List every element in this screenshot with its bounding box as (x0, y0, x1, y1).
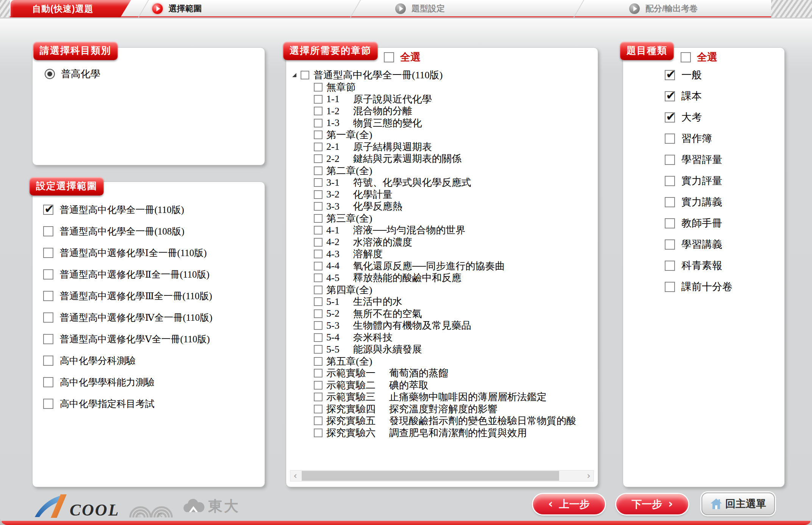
subject-radio[interactable] (45, 69, 55, 79)
types-item-checkbox[interactable] (665, 70, 675, 80)
cool-logo-swoosh-icon (33, 494, 68, 519)
tab-label: 選擇範圍 (168, 3, 202, 14)
tree-item-checkbox[interactable] (314, 95, 323, 104)
range-item-checkbox[interactable] (43, 248, 53, 258)
types-item-checkbox[interactable] (665, 239, 675, 250)
range-item-checkbox[interactable] (43, 205, 53, 215)
tree-item-checkbox[interactable] (314, 381, 323, 390)
types-item-checkbox[interactable] (665, 155, 675, 165)
range-list-item: 高中化學分科測驗 (33, 350, 265, 371)
range-item-checkbox[interactable] (43, 399, 53, 409)
tree-item-checkbox[interactable] (314, 154, 323, 163)
types-item-checkbox[interactable] (665, 91, 675, 101)
tree-item-checkbox[interactable] (314, 345, 323, 354)
tree-item-checkbox[interactable] (314, 130, 323, 139)
types-item-checkbox[interactable] (665, 261, 675, 271)
tree-item-checkbox[interactable] (314, 297, 323, 306)
tree-item-checkbox[interactable] (314, 250, 323, 258)
tree-item-label: 水溶液的濃度 (353, 236, 412, 249)
tree-item-checkbox[interactable] (314, 238, 323, 247)
scroll-right-icon[interactable]: › (584, 471, 594, 481)
tree-item-checkbox[interactable] (314, 178, 323, 187)
tree-item-checkbox[interactable] (314, 107, 323, 115)
range-item-label: 普通型高中選修化學Ⅰ全一冊(110版) (60, 247, 207, 259)
tree-item-label: 生物體內有機物及常見藥品 (353, 319, 471, 332)
types-item-checkbox[interactable] (665, 197, 675, 207)
tree-item-checkbox[interactable] (314, 214, 323, 223)
types-select-all-checkbox[interactable] (681, 52, 691, 62)
previous-step-button[interactable]: ‹ 上一步 (533, 494, 605, 514)
range-item-checkbox[interactable] (43, 269, 53, 280)
range-item-checkbox[interactable] (43, 226, 53, 236)
types-item-label: 一般 (681, 68, 702, 82)
range-list-item: 普通型高中選修化學Ⅲ全一冊(110版) (33, 285, 265, 307)
tree-item-checkbox[interactable] (314, 286, 323, 294)
tree-root-row: 普通型高中化學全一冊(110版) (292, 69, 576, 81)
types-item-label: 教師手冊 (681, 216, 722, 230)
tree-item-checkbox[interactable] (314, 202, 323, 211)
play-icon (152, 3, 163, 14)
tree-item-label: 溶解度 (353, 247, 383, 261)
tree-item-checkbox[interactable] (314, 357, 323, 366)
range-item-checkbox[interactable] (43, 356, 53, 366)
tree-item-checkbox[interactable] (314, 166, 323, 175)
tree-row: 示範實驗一 葡萄酒的蒸餾 (314, 367, 576, 379)
return-main-menu-button[interactable]: 回主選單 (701, 492, 775, 515)
question-types-panel: 全選 一般 課本 大考 (623, 47, 785, 487)
range-list-item: 高中化學學科能力測驗 (33, 371, 265, 393)
tree-item-label: 無所不在的空氣 (353, 307, 422, 320)
range-item-checkbox[interactable] (43, 334, 53, 344)
tree-item-checkbox[interactable] (314, 190, 323, 199)
types-item-checkbox[interactable] (665, 218, 675, 228)
tab-auto-quick-select[interactable]: 自動(快速)選題 (11, 0, 131, 17)
types-item-label: 學習講義 (681, 238, 722, 251)
tree-item-number: 5-5 (326, 344, 340, 355)
tree-item-label: 探究溫度對溶解度的影響 (389, 402, 497, 416)
range-item-checkbox[interactable] (43, 291, 53, 301)
expand-arrow-icon[interactable] (292, 73, 296, 77)
tree-item-checkbox[interactable] (314, 369, 323, 377)
types-item-checkbox[interactable] (665, 134, 675, 144)
next-step-button[interactable]: 下一步 › (616, 494, 688, 514)
tree-item-checkbox[interactable] (314, 273, 323, 282)
tree-item-checkbox[interactable] (314, 393, 323, 401)
tree-item-label: 原子結構與週期表 (353, 140, 432, 154)
tree-item-label: 原子說與近代化學 (353, 93, 432, 106)
tree-root-checkbox[interactable] (301, 71, 309, 79)
tab-score-output[interactable]: 配分/輸出考卷 (629, 0, 698, 17)
tree-row: 4-2 水溶液的濃度 (314, 236, 576, 249)
tree-root-label: 普通型高中化學全一冊(110版) (313, 68, 443, 82)
horizontal-scrollbar[interactable]: ‹ › (290, 470, 594, 482)
chapters-select-all-checkbox[interactable] (384, 52, 394, 62)
tree-item-number: 4-4 (326, 260, 340, 272)
range-item-checkbox[interactable] (43, 377, 53, 387)
selection-range-badge: 設定選擇範圍 (30, 177, 104, 196)
tree-item-label: 第二章(全) (326, 164, 372, 177)
scrollbar-thumb[interactable] (302, 471, 559, 481)
tab-select-range[interactable]: 選擇範圍 (152, 0, 202, 17)
range-item-checkbox[interactable] (43, 312, 53, 323)
tree-item-checkbox[interactable] (314, 262, 323, 270)
tree-item-checkbox[interactable] (314, 143, 323, 151)
types-list-item: 一般 (623, 64, 784, 85)
scroll-left-icon[interactable]: ‹ (290, 471, 300, 481)
tree-item-checkbox[interactable] (314, 119, 323, 127)
types-item-checkbox[interactable] (665, 176, 675, 186)
tab-question-type-settings[interactable]: 題型設定 (395, 0, 445, 17)
tree-item-number: 1-3 (326, 117, 340, 129)
types-item-checkbox[interactable] (665, 282, 675, 292)
tree-item-checkbox[interactable] (314, 321, 323, 330)
tree-item-checkbox[interactable] (314, 429, 323, 437)
tree-item-checkbox[interactable] (314, 83, 323, 92)
tree-row: 5-2 無所不在的空氣 (314, 308, 576, 320)
tree-item-checkbox[interactable] (314, 309, 323, 318)
tree-item-checkbox[interactable] (314, 405, 323, 413)
tree-item-checkbox[interactable] (314, 416, 323, 425)
tree-row: 探究實驗五 發現酸鹼指示劑的變色並檢驗日常物質的酸 (314, 415, 576, 427)
tree-item-number: 示範實驗一 (326, 367, 376, 380)
tree-row: 1-3 物質三態的變化 (314, 117, 576, 129)
tree-item-checkbox[interactable] (314, 226, 323, 235)
types-item-checkbox[interactable] (665, 112, 675, 123)
tree-item-checkbox[interactable] (314, 333, 323, 342)
tree-row: 5-4 奈米科技 (314, 332, 576, 344)
